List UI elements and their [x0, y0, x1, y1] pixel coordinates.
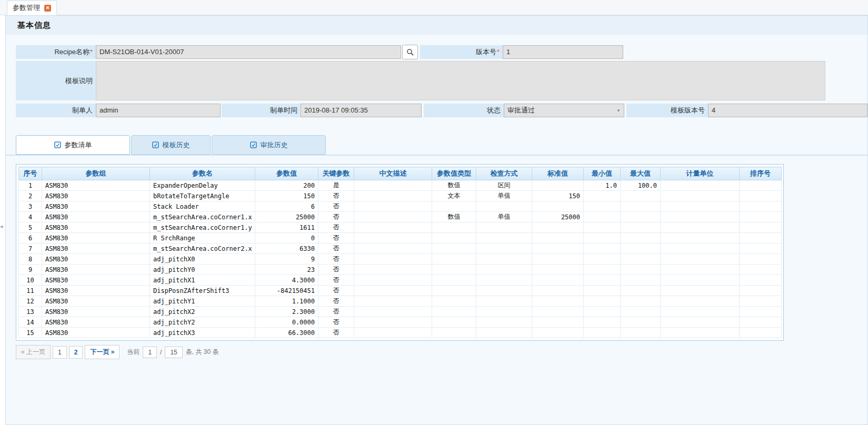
page-button-2[interactable]: 2: [69, 346, 83, 359]
status-label: 状态: [424, 104, 504, 117]
table-cell: [354, 254, 432, 265]
table-cell: [740, 296, 782, 307]
parameter-table: 序号参数组参数名参数值关键参数中文描述参数值类型检查方式标准值最小值最大值计量单…: [18, 167, 782, 338]
table-cell: [661, 191, 740, 201]
recipe-name-label: Recipe名称*: [16, 45, 96, 59]
table-row[interactable]: 8ASM830adj_pitchX09否: [19, 254, 782, 265]
table-cell: 1: [19, 180, 42, 191]
table-cell: 13: [19, 307, 42, 317]
table-row[interactable]: 15ASM830adj_pitchX366.3000否: [19, 328, 782, 338]
table-cell: 否: [318, 191, 354, 201]
creator-field[interactable]: admin: [96, 104, 221, 117]
column-header[interactable]: 检查方式: [476, 167, 532, 180]
table-cell: [476, 328, 532, 338]
table-cell: bRotateToTargetAngle: [150, 191, 255, 201]
table-cell: ASM830: [42, 296, 150, 307]
table-cell: [532, 328, 584, 338]
table-row[interactable]: 1ASM830ExpanderOpenDelay200是数值区间1.0100.0: [19, 180, 782, 191]
table-cell: adj_pitchX0: [150, 254, 255, 265]
table-row[interactable]: 7ASM830m_stSearchArea.coCorner2.x6330否: [19, 243, 782, 254]
table-cell: [584, 201, 621, 212]
table-cell: 否: [318, 286, 354, 296]
table-cell: [584, 191, 621, 201]
status-select[interactable]: 审批通过 ▼: [504, 104, 624, 117]
create-time-label: 制单时间: [222, 104, 301, 117]
table-row[interactable]: 13ASM830adj_pitchX22.3000否: [19, 307, 782, 317]
version-field[interactable]: 1: [503, 45, 623, 59]
template-version-label: 模板版本号: [626, 104, 708, 117]
table-cell: [476, 222, 532, 233]
table-cell: [740, 286, 782, 296]
column-header[interactable]: 标准值: [532, 167, 584, 180]
table-cell: [532, 296, 584, 307]
table-row[interactable]: 2ASM830bRotateToTargetAngle150否文本单值150: [19, 191, 782, 201]
table-row[interactable]: 5ASM830m_stSearchArea.coCorner1.y1611否: [19, 222, 782, 233]
table-cell: 4: [19, 212, 42, 222]
table-cell: [584, 265, 621, 275]
table-cell: ASM830: [42, 222, 150, 233]
column-header[interactable]: 参数组: [42, 167, 150, 180]
table-cell: [584, 286, 621, 296]
recipe-name-field[interactable]: DM-S21OB-014-V01-20007: [96, 45, 401, 59]
table-cell: [476, 233, 532, 243]
table-cell: 否: [318, 243, 354, 254]
table-cell: [432, 222, 476, 233]
table-row[interactable]: 10ASM830adj_pitchX14.3000否: [19, 275, 782, 286]
column-header[interactable]: 计量单位: [661, 167, 740, 180]
column-header[interactable]: 最大值: [621, 167, 661, 180]
table-row[interactable]: 14ASM830adj_pitchY20.0000否: [19, 317, 782, 328]
table-cell: adj_pitchX3: [150, 328, 255, 338]
table-cell: 2: [19, 191, 42, 201]
tab-template-history[interactable]: 模板历史: [131, 135, 211, 155]
parameter-grid-container: 序号参数组参数名参数值关键参数中文描述参数值类型检查方式标准值最小值最大值计量单…: [16, 164, 784, 341]
required-mark: *: [90, 48, 93, 56]
table-cell: [661, 222, 740, 233]
table-cell: [532, 254, 584, 265]
column-header[interactable]: 参数名: [150, 167, 255, 180]
table-cell: ASM830: [42, 212, 150, 222]
table-row[interactable]: 3ASM830Stack Loader6否: [19, 201, 782, 212]
tab-parameter-management[interactable]: 参数管理 ✕: [7, 1, 57, 15]
table-cell: 否: [318, 201, 354, 212]
main-panel: 基本信息 Recipe名称* DM-S21OB-014-V01-20007 版本…: [5, 15, 868, 425]
column-header[interactable]: 排序号: [740, 167, 782, 180]
table-cell: [532, 243, 584, 254]
column-header[interactable]: 中文描述: [354, 167, 432, 180]
tab-close-icon[interactable]: ✕: [44, 5, 51, 12]
recipe-search-button[interactable]: [402, 45, 418, 59]
column-header[interactable]: 参数值类型: [432, 167, 476, 180]
chevron-down-icon: ▼: [616, 104, 621, 117]
table-cell: [532, 265, 584, 275]
current-page-input[interactable]: 1: [143, 347, 157, 358]
panel-collapse-handle[interactable]: ◂: [0, 223, 3, 230]
template-desc-field[interactable]: [96, 61, 825, 100]
table-cell: [476, 254, 532, 265]
table-row[interactable]: 6ASM830R SrchRange0否: [19, 233, 782, 243]
table-cell: 11: [19, 286, 42, 296]
table-row[interactable]: 11ASM830DispPosnZAfterShift3-842150451否: [19, 286, 782, 296]
column-header[interactable]: 关键参数: [318, 167, 354, 180]
table-cell: 否: [318, 317, 354, 328]
prev-page-button[interactable]: « 上一页: [16, 345, 51, 359]
table-cell: 25000: [255, 212, 318, 222]
section-title: 基本信息: [6, 21, 51, 31]
template-version-field[interactable]: 4: [708, 104, 867, 117]
table-cell: [476, 243, 532, 254]
table-cell: 6330: [255, 243, 318, 254]
table-cell: ASM830: [42, 191, 150, 201]
column-header[interactable]: 序号: [19, 167, 42, 180]
table-cell: ExpanderOpenDelay: [150, 180, 255, 191]
tab-parameter-list[interactable]: 参数清单: [16, 135, 130, 155]
table-row[interactable]: 4ASM830m_stSearchArea.coCorner1.x25000否数…: [19, 212, 782, 222]
table-cell: [621, 243, 661, 254]
table-row[interactable]: 12ASM830adj_pitchY11.1000否: [19, 296, 782, 307]
table-cell: [584, 307, 621, 317]
table-row[interactable]: 9ASM830adj_pitchY023否: [19, 265, 782, 275]
column-header[interactable]: 最小值: [584, 167, 621, 180]
page-button-1[interactable]: 1: [53, 346, 67, 359]
tab-approval-history[interactable]: 审批历史: [212, 135, 326, 155]
column-header[interactable]: 参数值: [255, 167, 318, 180]
create-time-field[interactable]: 2019-08-17 09:05:35: [301, 104, 422, 117]
next-page-button[interactable]: 下一页 »: [85, 345, 119, 359]
table-cell: adj_pitchY0: [150, 265, 255, 275]
